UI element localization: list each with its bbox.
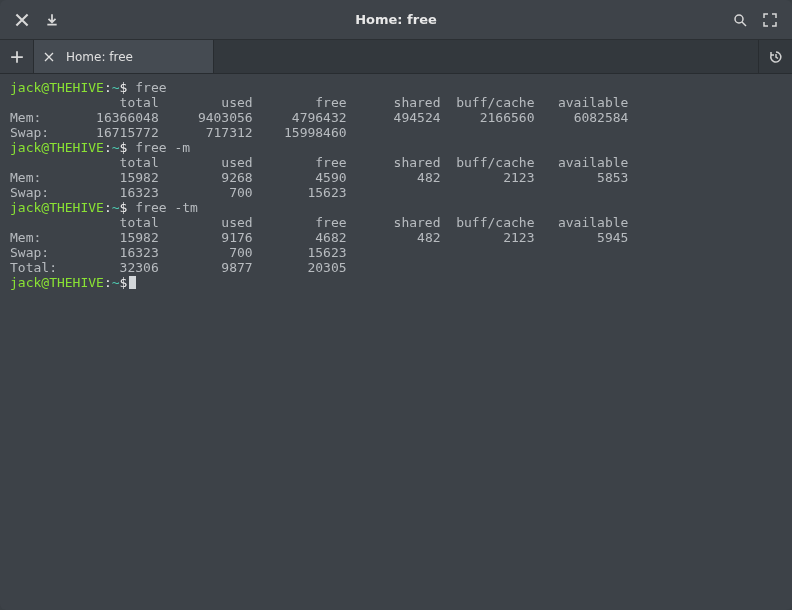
out3-mem: Mem: 15982 9176 4682 482 2123 5945 [10, 230, 628, 245]
svg-point-0 [735, 15, 743, 23]
titlebar: Home: free [0, 0, 792, 40]
window-title: Home: free [64, 12, 728, 27]
prompt-at: @ [41, 80, 49, 95]
history-icon [768, 49, 784, 65]
plus-icon [10, 50, 24, 64]
out1-mem: Mem: 16366048 9403056 4796432 494524 216… [10, 110, 628, 125]
hdr-row-3: total used free shared buff/cache availa… [10, 215, 628, 230]
out3-swap: Swap: 16323 700 15623 [10, 245, 347, 260]
tab-label: Home: free [66, 50, 133, 64]
prompt-user: jack [10, 140, 41, 155]
close-icon [44, 52, 54, 62]
cmd1: free [127, 80, 166, 95]
cmd3: free -tm [127, 200, 197, 215]
terminal-output[interactable]: jack@THEHIVE:~$ free total used free sha… [0, 74, 792, 610]
hdr-row-2: total used free shared buff/cache availa… [10, 155, 628, 170]
out3-total: Total: 32306 9877 20305 [10, 260, 347, 275]
tabbar: Home: free [0, 40, 792, 74]
cursor [129, 276, 136, 289]
search-button[interactable] [728, 8, 752, 32]
tab-home-free[interactable]: Home: free [34, 40, 214, 73]
prompt-colon: : [104, 80, 112, 95]
cmd2: free -m [127, 140, 190, 155]
close-window-button[interactable] [10, 8, 34, 32]
out1-swap: Swap: 16715772 717312 15998460 [10, 125, 347, 140]
fullscreen-icon [763, 13, 777, 27]
prompt-user: jack [10, 80, 41, 95]
out2-mem: Mem: 15982 9268 4590 482 2123 5853 [10, 170, 628, 185]
prompt-host: THEHIVE [49, 80, 104, 95]
close-icon [15, 13, 29, 27]
history-button[interactable] [758, 40, 792, 73]
tabbar-spacer [214, 40, 758, 73]
tab-close-button[interactable] [40, 48, 58, 66]
new-tab-button[interactable] [0, 40, 34, 73]
search-icon [733, 13, 747, 27]
hdr-row-1: total used free shared buff/cache availa… [10, 95, 628, 110]
out2-swap: Swap: 16323 700 15623 [10, 185, 347, 200]
download-button[interactable] [40, 8, 64, 32]
fullscreen-button[interactable] [758, 8, 782, 32]
download-icon [45, 13, 59, 27]
prompt-path: ~ [112, 80, 120, 95]
